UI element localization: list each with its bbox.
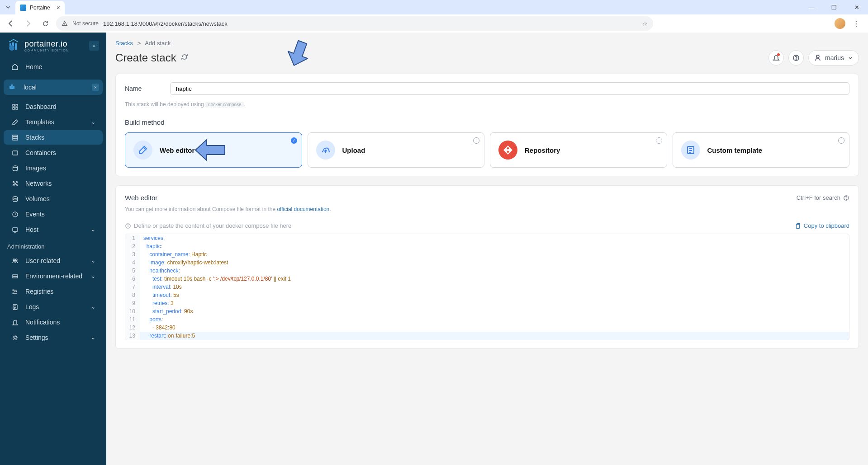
help-button[interactable] bbox=[788, 50, 804, 66]
nav-forward[interactable] bbox=[22, 17, 34, 30]
radio-indicator bbox=[656, 137, 662, 144]
code-line[interactable]: 10 start_period: 90s bbox=[125, 307, 849, 315]
sidebar-collapse-button[interactable]: « bbox=[89, 41, 99, 51]
sidebar-item-networks[interactable]: Networks bbox=[4, 176, 103, 191]
sidebar-label: Home bbox=[25, 63, 42, 70]
browser-menu[interactable]: ⋮ bbox=[850, 19, 863, 28]
sidebar-item-containers[interactable]: Containers bbox=[4, 146, 103, 160]
sidebar-item-stacks[interactable]: Stacks bbox=[4, 130, 103, 145]
build-method-title: Custom template bbox=[707, 146, 763, 154]
svg-rect-16 bbox=[13, 139, 18, 140]
svg-point-38 bbox=[816, 55, 819, 58]
svg-rect-6 bbox=[9, 86, 11, 88]
stack-name-input[interactable] bbox=[170, 82, 849, 95]
sidebar-item-host[interactable]: Host⌄ bbox=[4, 222, 103, 237]
window-minimize[interactable]: ― bbox=[804, 1, 819, 14]
svg-point-1 bbox=[64, 24, 65, 25]
sidebar-item-volumes[interactable]: Volumes bbox=[4, 192, 103, 206]
code-editor[interactable]: 1services:2 haptic:3 container_name: Hap… bbox=[125, 234, 849, 340]
code-line[interactable]: 6 test: timeout 10s bash -c ':> /dev/tcp… bbox=[125, 275, 849, 283]
sidebar-icon bbox=[11, 150, 19, 156]
svg-rect-29 bbox=[13, 277, 18, 278]
build-method-title: Upload bbox=[342, 146, 365, 154]
sidebar-label: Containers bbox=[25, 149, 56, 156]
url-bar[interactable]: Not secure 192.168.1.18:9000/#!/2/docker… bbox=[56, 16, 653, 31]
docs-link[interactable]: official documentation bbox=[277, 206, 329, 212]
sidebar-environment[interactable]: local × bbox=[4, 80, 103, 95]
tab-list-chevron[interactable] bbox=[4, 3, 13, 12]
sidebar-label: Stacks bbox=[25, 134, 44, 141]
sidebar-item-dashboard[interactable]: Dashboard bbox=[4, 99, 103, 114]
brand-subtitle: COMMUNITY EDITION bbox=[24, 49, 85, 52]
svg-point-26 bbox=[13, 259, 15, 261]
svg-point-37 bbox=[796, 59, 796, 60]
svg-point-27 bbox=[15, 259, 17, 261]
notifications-button[interactable] bbox=[768, 50, 784, 66]
window-maximize[interactable]: ❐ bbox=[826, 1, 842, 14]
code-line[interactable]: 4 image: chroxify/haptic-web:latest bbox=[125, 258, 849, 267]
sidebar-item-images[interactable]: Images bbox=[4, 161, 103, 175]
editor-shortcut-hint: Ctrl+F for search bbox=[797, 194, 849, 201]
sidebar-item-home[interactable]: Home bbox=[4, 60, 103, 74]
notification-dot bbox=[777, 53, 780, 56]
code-line[interactable]: 2 haptic: bbox=[125, 242, 849, 250]
name-label: Name bbox=[125, 85, 157, 92]
svg-rect-8 bbox=[13, 86, 14, 88]
env-close-icon[interactable]: × bbox=[92, 84, 99, 91]
sidebar-icon bbox=[11, 196, 19, 202]
build-method-icon bbox=[681, 141, 700, 160]
code-line[interactable]: 8 timeout: 5s bbox=[125, 291, 849, 299]
window-close[interactable]: ✕ bbox=[849, 1, 864, 14]
bookmark-star-icon[interactable]: ☆ bbox=[642, 20, 648, 27]
code-line[interactable]: 9 retries: 3 bbox=[125, 299, 849, 307]
sidebar-item-settings[interactable]: Settings⌄ bbox=[4, 330, 103, 345]
radio-indicator: ✓ bbox=[291, 137, 297, 144]
code-line[interactable]: 7 interval: 10s bbox=[125, 283, 849, 291]
sidebar-icon bbox=[11, 103, 19, 110]
code-line[interactable]: 12 - 3842:80 bbox=[125, 324, 849, 332]
brand-title: portainer.io bbox=[24, 39, 85, 49]
breadcrumb-root[interactable]: Stacks bbox=[115, 40, 133, 47]
logo-row: portainer.io COMMUNITY EDITION « bbox=[0, 33, 106, 59]
editor-placeholder-hint: Define or paste the content of your dock… bbox=[125, 222, 291, 229]
sidebar-item-logs[interactable]: Logs⌄ bbox=[4, 300, 103, 314]
editor-title: Web editor bbox=[125, 194, 157, 202]
sidebar-label: Dashboard bbox=[25, 103, 57, 110]
sidebar-icon bbox=[11, 258, 19, 264]
profile-avatar[interactable] bbox=[835, 18, 845, 29]
code-line[interactable]: 11 ports: bbox=[125, 315, 849, 324]
code-line[interactable]: 13 restart: on-failure:5 bbox=[125, 332, 849, 340]
build-method-web-editor[interactable]: Web editor✓ bbox=[125, 132, 302, 168]
breadcrumb-current: Add stack bbox=[145, 40, 171, 47]
sidebar-label: Host bbox=[25, 226, 38, 233]
copy-to-clipboard[interactable]: Copy to clipboard bbox=[795, 222, 849, 229]
reload-icon[interactable] bbox=[181, 53, 188, 62]
svg-rect-15 bbox=[13, 137, 18, 138]
tab-close-icon[interactable]: × bbox=[57, 4, 60, 11]
radio-indicator bbox=[838, 137, 844, 144]
build-method-repository[interactable]: Repository bbox=[490, 132, 667, 168]
build-method-custom-template[interactable]: Custom template bbox=[673, 132, 850, 168]
code-line[interactable]: 3 container_name: Haptic bbox=[125, 250, 849, 258]
sidebar-item-events[interactable]: Events bbox=[4, 207, 103, 221]
nav-reload[interactable] bbox=[39, 17, 52, 30]
sidebar-item-environment-related[interactable]: Environment-related⌄ bbox=[4, 269, 103, 283]
build-method-upload[interactable]: Upload bbox=[308, 132, 485, 168]
chevron-down-icon: ⌄ bbox=[91, 273, 95, 279]
sidebar-item-notifications[interactable]: Notifications bbox=[4, 315, 103, 329]
browser-tab[interactable]: Portaine × bbox=[15, 1, 65, 14]
svg-rect-11 bbox=[16, 104, 18, 106]
sidebar-icon bbox=[11, 319, 19, 326]
svg-rect-4 bbox=[15, 43, 17, 50]
sidebar-icon bbox=[11, 288, 19, 295]
sidebar-item-user-related[interactable]: User-related⌄ bbox=[4, 254, 103, 268]
code-line[interactable]: 5 healthcheck: bbox=[125, 267, 849, 275]
sidebar-item-templates[interactable]: Templates⌄ bbox=[4, 115, 103, 129]
sidebar-label: local bbox=[24, 84, 37, 91]
sidebar-item-registries[interactable]: Registries bbox=[4, 284, 103, 299]
favicon bbox=[20, 5, 26, 11]
deploy-hint: This stack will be deployed using docker… bbox=[125, 101, 849, 108]
user-menu[interactable]: marius bbox=[808, 50, 859, 66]
nav-back[interactable] bbox=[5, 17, 17, 30]
code-line[interactable]: 1services: bbox=[125, 234, 849, 242]
